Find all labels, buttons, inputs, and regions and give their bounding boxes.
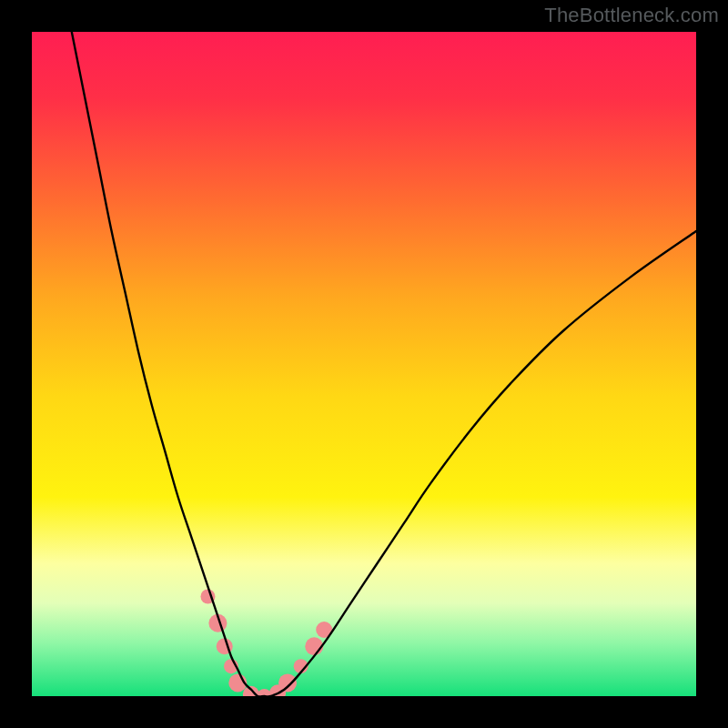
- bottleneck-curve: [72, 32, 696, 696]
- chart-frame: TheBottleneck.com: [0, 0, 728, 728]
- curve-marker: [278, 673, 297, 692]
- curve-layer: [32, 32, 696, 696]
- plot-area: [32, 32, 696, 696]
- attribution-label: TheBottleneck.com: [544, 4, 719, 27]
